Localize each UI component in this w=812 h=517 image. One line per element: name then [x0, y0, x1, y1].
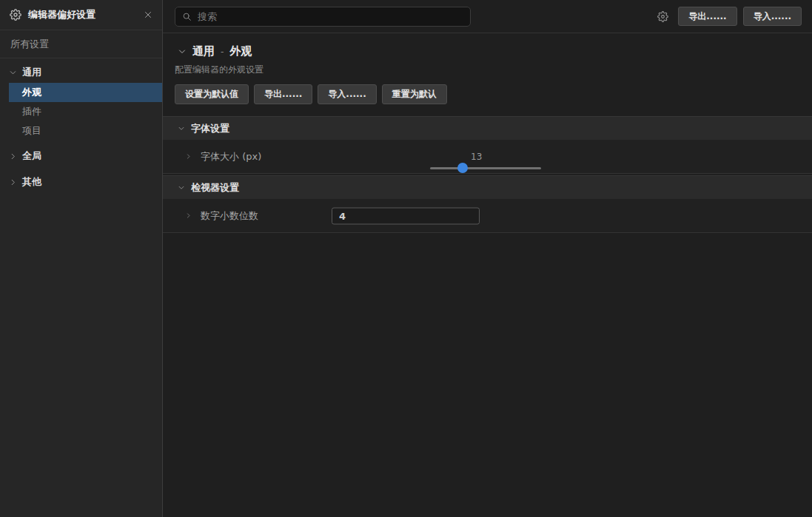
tree-category-label: 通用: [22, 66, 41, 79]
setting-row-decimal-places: 数字小数位数: [163, 199, 812, 233]
section-font-settings: 字体设置 字体大小 (px) 13: [163, 116, 812, 174]
export-button[interactable]: 导出......: [678, 7, 736, 26]
tree-category-label: 其他: [22, 175, 41, 189]
section-title: 检视器设置: [191, 181, 239, 195]
slider-track[interactable]: [430, 167, 541, 169]
tree-category-global[interactable]: 全局: [0, 146, 162, 166]
chevron-down-icon[interactable]: [178, 47, 187, 56]
font-size-value: 13: [471, 152, 482, 162]
chevron-down-icon: [9, 69, 17, 77]
setting-row-font-size: 字体大小 (px) 13: [163, 140, 812, 174]
preferences-main-panel: 导出...... 导入...... 通用 - 外观 配置编辑器的外观设置 设置为…: [163, 0, 812, 517]
preferences-sidebar: 编辑器偏好设置 所有设置 通用 外观 插件 项目 全局: [0, 0, 163, 517]
page-title: 外观: [229, 44, 252, 58]
close-icon[interactable]: [144, 10, 152, 19]
settings-gear-icon[interactable]: [657, 11, 668, 22]
settings-tree: 通用 外观 插件 项目 全局 其他: [0, 58, 162, 192]
all-settings-link[interactable]: 所有设置: [0, 30, 162, 58]
topbar-actions: 导出...... 导入......: [657, 7, 802, 26]
chevron-right-icon: [9, 178, 17, 186]
font-size-slider[interactable]: [430, 163, 541, 173]
breadcrumb-separator: -: [221, 47, 224, 57]
page-subtitle: 配置编辑器的外观设置: [163, 58, 812, 76]
editor-preferences-window: 编辑器偏好设置 所有设置 通用 外观 插件 项目 全局: [0, 0, 812, 517]
chevron-right-icon[interactable]: [185, 212, 192, 219]
tree-item-plugins[interactable]: 插件: [9, 102, 162, 121]
chevron-right-icon[interactable]: [185, 153, 192, 160]
chevron-right-icon: [9, 152, 17, 160]
page-header: 通用 - 外观: [163, 33, 812, 58]
window-title: 编辑器偏好设置: [28, 8, 95, 21]
set-as-default-button[interactable]: 设置为默认值: [175, 84, 249, 104]
sidebar-header: 编辑器偏好设置: [0, 0, 162, 30]
export-settings-button[interactable]: 导出......: [254, 84, 312, 104]
topbar: 导出...... 导入......: [163, 0, 812, 33]
search-input[interactable]: [198, 11, 463, 22]
settings-content: 通用 - 外观 配置编辑器的外观设置 设置为默认值 导出...... 导入...…: [163, 33, 812, 517]
setting-label: 数字小数位数: [201, 209, 258, 223]
tree-category-general[interactable]: 通用: [0, 62, 162, 83]
import-settings-button[interactable]: 导入......: [318, 84, 376, 104]
breadcrumb-category: 通用: [192, 44, 215, 58]
reset-to-default-button[interactable]: 重置为默认: [382, 84, 447, 104]
import-button[interactable]: 导入......: [743, 7, 802, 26]
section-inspector-settings: 检视器设置 数字小数位数: [163, 175, 812, 233]
tree-category-other[interactable]: 其他: [0, 172, 162, 192]
page-action-buttons: 设置为默认值 导出...... 导入...... 重置为默认: [163, 76, 812, 104]
decimal-places-input[interactable]: [332, 207, 480, 224]
setting-label: 字体大小 (px): [201, 150, 261, 163]
gear-icon: [10, 9, 21, 21]
chevron-down-icon: [178, 125, 185, 132]
chevron-down-icon: [178, 184, 185, 192]
tree-item-project[interactable]: 项目: [9, 121, 162, 141]
search-box: [175, 7, 471, 27]
tree-item-appearance[interactable]: 外观: [9, 83, 162, 102]
section-title: 字体设置: [191, 122, 229, 135]
search-icon: [182, 12, 192, 21]
section-header-inspector[interactable]: 检视器设置: [163, 175, 812, 199]
section-header-font[interactable]: 字体设置: [163, 116, 812, 140]
tree-category-label: 全局: [22, 149, 41, 163]
slider-thumb[interactable]: [457, 163, 468, 173]
